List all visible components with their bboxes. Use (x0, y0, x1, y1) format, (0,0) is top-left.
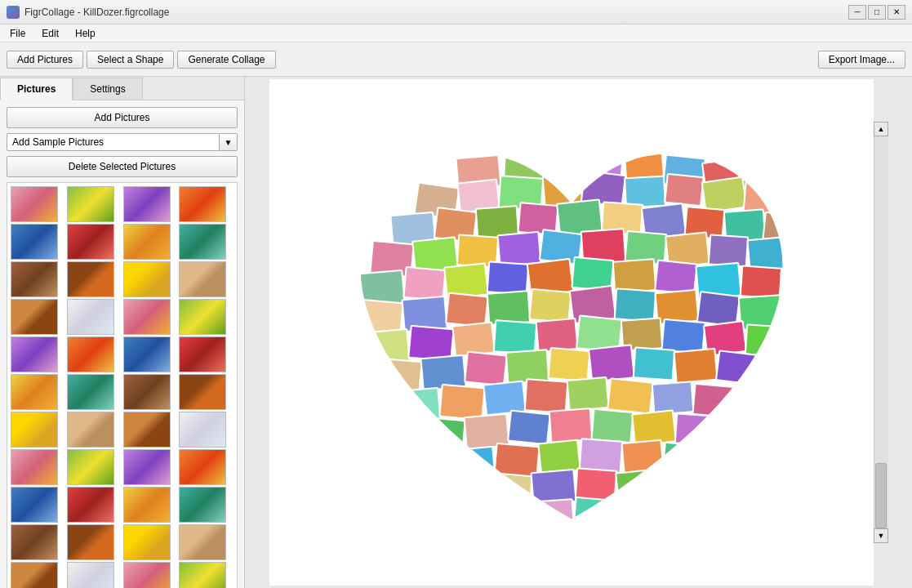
thumbnail-item[interactable] (11, 186, 58, 222)
thumbnail-item[interactable] (179, 336, 226, 372)
thumbnail-item[interactable] (67, 487, 114, 523)
thumbnail-item[interactable] (11, 299, 58, 335)
menu-help[interactable]: Help (69, 26, 102, 41)
sample-pictures-select[interactable]: Add Sample Pictures (7, 133, 220, 151)
tab-settings[interactable]: Settings (73, 78, 142, 100)
svg-rect-92 (591, 409, 633, 443)
svg-rect-91 (549, 408, 592, 442)
thumbnail-item[interactable] (179, 261, 226, 297)
tab-pictures[interactable]: Pictures (0, 78, 73, 100)
export-image-button[interactable]: Export Image... (818, 51, 905, 69)
thumbnail-item[interactable] (179, 487, 226, 523)
svg-rect-14 (625, 176, 665, 207)
canvas-scrollbar[interactable]: ▲ ▼ (874, 122, 888, 543)
thumbnail-item[interactable] (123, 487, 171, 523)
svg-rect-83 (524, 379, 567, 412)
thumbnail-item[interactable] (179, 449, 226, 485)
thumbnail-item[interactable] (67, 261, 114, 297)
svg-rect-68 (661, 319, 705, 354)
thumbnail-item[interactable] (11, 412, 58, 448)
thumbnail-item[interactable] (11, 336, 58, 372)
svg-rect-45 (612, 259, 656, 292)
thumbnail-item[interactable] (123, 412, 171, 448)
thumbnail-item[interactable] (123, 186, 171, 222)
thumbnail-item[interactable] (67, 299, 114, 335)
svg-rect-40 (403, 267, 445, 301)
thumbnail-item[interactable] (11, 261, 58, 297)
svg-rect-48 (740, 265, 781, 298)
svg-rect-57 (655, 290, 698, 324)
menu-edit[interactable]: Edit (35, 26, 65, 41)
thumbnail-item[interactable] (11, 449, 58, 485)
thumbnail-item[interactable] (67, 524, 114, 560)
svg-rect-84 (567, 377, 608, 411)
thumbnail-item[interactable] (179, 299, 226, 335)
add-pictures-button[interactable]: Add Pictures (7, 51, 83, 69)
svg-rect-16 (701, 177, 746, 213)
svg-rect-54 (529, 289, 571, 323)
svg-rect-63 (452, 323, 495, 357)
app-icon (7, 6, 20, 19)
thumbnail-item[interactable] (123, 524, 171, 560)
delete-selected-button[interactable]: Delete Selected Pictures (7, 156, 238, 177)
thumbnail-item[interactable] (67, 374, 114, 410)
thumbnail-item[interactable] (11, 487, 58, 523)
svg-rect-64 (493, 320, 536, 354)
thumbnail-item[interactable] (11, 524, 58, 560)
thumbnail-item[interactable] (179, 412, 226, 448)
thumbnail-item[interactable] (179, 374, 226, 410)
thumbnail-item[interactable] (67, 412, 114, 448)
scroll-thumb[interactable] (875, 463, 887, 528)
thumbnail-item[interactable] (67, 224, 114, 260)
svg-rect-85 (607, 378, 653, 413)
svg-rect-76 (589, 345, 634, 381)
thumbnail-item[interactable] (11, 224, 58, 260)
svg-rect-46 (655, 261, 697, 295)
thumbnail-item[interactable] (179, 524, 226, 560)
svg-rect-56 (614, 288, 655, 321)
sample-dropdown-row: Add Sample Pictures ▼ (7, 133, 238, 151)
thumbnail-item[interactable] (123, 449, 171, 485)
thumbnail-item[interactable] (67, 562, 114, 588)
svg-rect-77 (633, 347, 674, 380)
thumbnail-item[interactable] (123, 261, 171, 297)
svg-rect-73 (465, 352, 507, 386)
thumbnail-scroll-area[interactable] (7, 182, 238, 588)
menu-file[interactable]: File (3, 26, 32, 41)
svg-rect-36 (708, 234, 747, 266)
thumbnail-item[interactable] (179, 186, 226, 222)
scroll-down-button[interactable]: ▼ (874, 528, 888, 543)
thumbnail-item[interactable] (67, 186, 114, 222)
title-bar-left: FigrCollage - KillDozer.figrcollage (7, 6, 169, 19)
thumbnail-item[interactable] (123, 374, 171, 410)
maximize-button[interactable]: □ (868, 5, 886, 20)
svg-rect-42 (487, 261, 527, 294)
thumbnail-item[interactable] (123, 224, 171, 260)
toolbar: Add Pictures Select a Shape Generate Col… (0, 42, 912, 77)
thumbnail-item[interactable] (123, 299, 171, 335)
svg-rect-15 (665, 174, 703, 206)
scroll-up-button[interactable]: ▲ (874, 122, 888, 136)
thumbnail-item[interactable] (179, 562, 226, 588)
svg-rect-86 (652, 381, 692, 414)
thumbnail-item[interactable] (67, 449, 114, 485)
thumbnail-item[interactable] (67, 336, 114, 372)
panel-add-pictures-button[interactable]: Add Pictures (7, 107, 238, 128)
thumbnail-item[interactable] (11, 562, 58, 588)
minimize-button[interactable]: ─ (848, 5, 866, 20)
title-bar: FigrCollage - KillDozer.figrcollage ─ □ … (0, 0, 912, 24)
svg-rect-53 (487, 291, 530, 324)
select-shape-button[interactable]: Select a Shape (87, 51, 174, 69)
thumbnail-item[interactable] (123, 336, 171, 372)
thumbnail-item[interactable] (123, 562, 171, 588)
tab-bar: Pictures Settings (0, 77, 244, 100)
generate-collage-button[interactable]: Generate Collage (177, 51, 275, 69)
svg-rect-58 (696, 292, 739, 327)
dropdown-arrow-icon[interactable]: ▼ (220, 133, 238, 151)
close-button[interactable]: ✕ (888, 5, 905, 20)
thumbnail-item[interactable] (179, 224, 226, 260)
svg-rect-97 (538, 440, 581, 474)
svg-rect-31 (497, 232, 541, 266)
thumbnail-item[interactable] (11, 374, 58, 410)
svg-rect-65 (536, 318, 577, 352)
